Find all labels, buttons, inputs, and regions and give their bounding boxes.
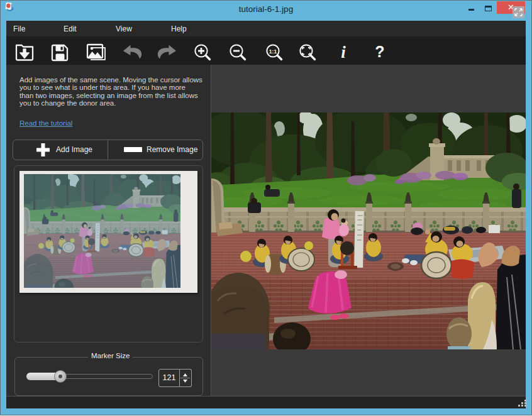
svg-text:i: i bbox=[341, 43, 346, 62]
svg-text:1:1: 1:1 bbox=[269, 48, 277, 55]
svg-text:?: ? bbox=[375, 43, 384, 60]
